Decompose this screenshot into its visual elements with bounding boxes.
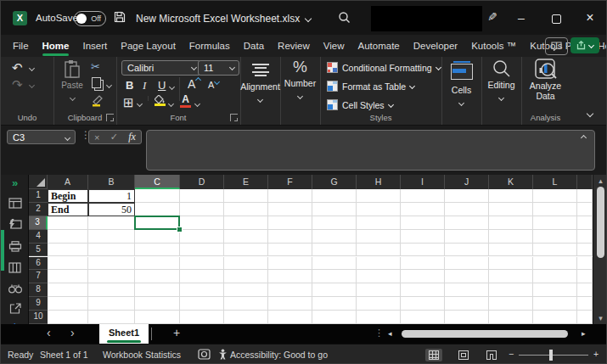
cell-F1[interactable] (268, 189, 312, 203)
cell-styles-button[interactable]: Cell Styles (327, 99, 393, 110)
cell-A3[interactable] (48, 216, 88, 230)
zoom-in-button[interactable]: + (593, 349, 599, 359)
row-header-8[interactable]: 8 (29, 283, 48, 297)
previous-sheet-button[interactable]: ‹ (47, 326, 51, 339)
cell-J6[interactable] (445, 257, 489, 271)
cell-G3[interactable] (312, 216, 357, 230)
tab-automate[interactable]: Automate (351, 35, 407, 57)
cell-filler[interactable] (577, 216, 593, 230)
cell-E3[interactable] (224, 216, 268, 230)
column-header-H[interactable]: H (357, 175, 401, 189)
font-name-select[interactable]: Calibri (121, 60, 201, 76)
cell-B6[interactable] (88, 257, 135, 271)
cell-filler[interactable] (577, 311, 593, 324)
share-button[interactable] (570, 37, 599, 53)
scroll-up-arrow-icon[interactable]: ▴ (593, 176, 607, 185)
cell-B9[interactable] (88, 297, 135, 311)
accessibility-status-button[interactable]: Accessibility: Good to go (230, 350, 328, 360)
vertical-scrollbar-thumb[interactable] (597, 187, 604, 258)
cell-K2[interactable] (489, 203, 533, 216)
cell-D10[interactable] (180, 311, 224, 324)
cell-D7[interactable] (180, 270, 224, 283)
scroll-left-arrow-icon[interactable]: ◂ (388, 329, 392, 338)
worksheets-icon[interactable] (1, 198, 29, 209)
tab-home[interactable]: Home (36, 35, 76, 57)
cell-filler[interactable] (577, 244, 593, 257)
scroll-right-arrow-icon[interactable]: ▸ (582, 329, 586, 338)
cell-D9[interactable] (180, 297, 224, 311)
cut-scissors-icon[interactable]: ✂ (91, 60, 100, 73)
cell-A9[interactable] (48, 297, 88, 311)
pen-icon[interactable]: ✎ (487, 10, 497, 24)
cell-H4[interactable] (357, 230, 401, 244)
cell-B7[interactable] (88, 270, 135, 283)
collapse-ribbon-chevron-icon[interactable] (587, 110, 593, 117)
row-header-7[interactable]: 7 (29, 270, 48, 283)
cell-J9[interactable] (445, 297, 489, 311)
paste-button[interactable]: Paste (58, 59, 87, 105)
tab-review[interactable]: Review (271, 35, 317, 57)
cell-A6[interactable] (48, 257, 88, 271)
cell-G1[interactable] (312, 189, 357, 203)
tab-file[interactable]: File (6, 35, 36, 57)
cell-D8[interactable] (180, 283, 224, 297)
cell-K5[interactable] (489, 244, 533, 257)
undo-button[interactable]: ↶ (12, 60, 23, 76)
cell-E1[interactable] (224, 189, 268, 203)
cell-G10[interactable] (312, 311, 357, 324)
clipboard-dialog-launcher-icon[interactable] (106, 114, 114, 121)
tab-data[interactable]: Data (237, 35, 271, 57)
cell-F3[interactable] (268, 216, 312, 230)
open-external-icon[interactable] (1, 303, 29, 314)
page-layout-view-button[interactable] (455, 349, 472, 361)
horizontal-scrollbar-thumb[interactable] (402, 330, 568, 338)
cell-H2[interactable] (357, 203, 401, 216)
row-header-1[interactable]: 1 (29, 189, 48, 203)
alignment-button[interactable]: Alignment (240, 61, 280, 102)
cell-I7[interactable] (401, 270, 445, 283)
cell-L7[interactable] (533, 270, 577, 283)
cell-filler[interactable] (577, 189, 593, 203)
cell-H7[interactable] (357, 270, 401, 283)
workbook-statistics-button[interactable]: Workbook Statistics (103, 350, 181, 360)
row-header-5[interactable]: 5 (29, 244, 48, 257)
tab-kutools[interactable]: Kutools ™ (464, 35, 523, 57)
cell-B10[interactable] (88, 311, 135, 324)
cell-J1[interactable] (445, 189, 489, 203)
cells-button[interactable]: Cells (441, 64, 481, 105)
pane-toggle-strip[interactable] (1, 230, 4, 271)
cell-I2[interactable] (401, 203, 445, 216)
column-header-D[interactable]: D (180, 175, 224, 189)
cell-G2[interactable] (312, 203, 357, 216)
editing-button[interactable]: Editing (481, 59, 521, 100)
cell-D4[interactable] (180, 230, 224, 244)
cell-B4[interactable] (88, 230, 135, 244)
row-header-9[interactable]: 9 (29, 297, 48, 311)
cell-H10[interactable] (357, 311, 401, 324)
cell-G4[interactable] (312, 230, 357, 244)
cell-I1[interactable] (401, 189, 445, 203)
normal-view-button[interactable] (425, 349, 442, 361)
cell-I3[interactable] (401, 216, 445, 230)
cell-L2[interactable] (533, 203, 577, 216)
expand-pane-chevrons-icon[interactable]: » (1, 176, 29, 189)
column-header-L[interactable]: L (533, 175, 577, 189)
comments-button[interactable] (545, 37, 568, 55)
cell-K8[interactable] (489, 283, 533, 297)
cell-F4[interactable] (268, 230, 312, 244)
select-all-corner[interactable] (29, 175, 48, 189)
cell-C1[interactable] (135, 189, 180, 203)
shrink-font-button[interactable]: A (208, 80, 218, 90)
copy-chevron-icon[interactable] (106, 82, 112, 88)
search-icon[interactable] (338, 11, 351, 24)
font-color-button[interactable]: A (180, 93, 191, 108)
analyze-data-button[interactable]: Analyze Data (521, 59, 570, 101)
cell-H5[interactable] (357, 244, 401, 257)
cell-E5[interactable] (224, 244, 268, 257)
cell-E7[interactable] (224, 270, 268, 283)
undo-chevron-icon[interactable] (29, 65, 35, 71)
cell-H8[interactable] (357, 283, 401, 297)
cell-filler[interactable] (577, 270, 593, 283)
cell-A4[interactable] (48, 230, 88, 244)
cell-D1[interactable] (180, 189, 224, 203)
